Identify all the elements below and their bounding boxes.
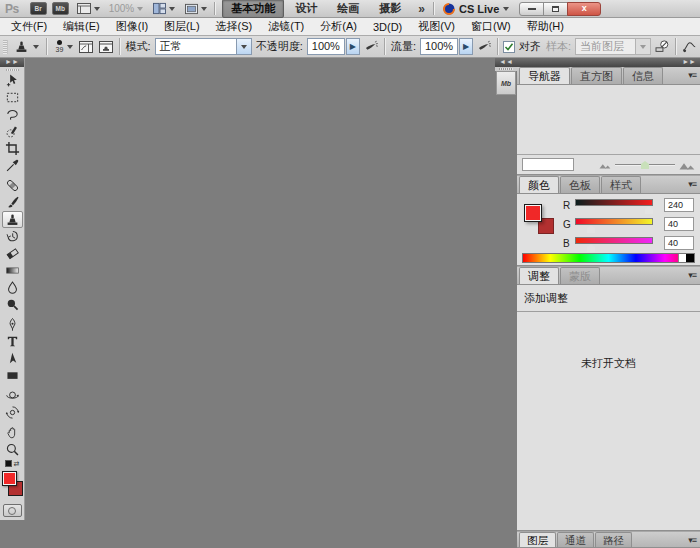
arrange-documents-button[interactable]: [150, 1, 177, 16]
zoom-out-icon[interactable]: [599, 161, 611, 169]
minimize-button[interactable]: [519, 2, 544, 16]
opacity-slider-button[interactable]: ▶: [346, 38, 360, 55]
panel-menu-icon[interactable]: ▾≡: [688, 71, 696, 80]
quick-selection-tool[interactable]: [2, 123, 23, 140]
close-button[interactable]: x: [567, 2, 601, 16]
channel-value-B[interactable]: 40: [664, 236, 694, 250]
mini-bridge-panel-icon[interactable]: Mb: [496, 71, 516, 95]
toolbar-collapse-button[interactable]: ►►: [0, 58, 24, 67]
toggle-brush-panel-button[interactable]: [78, 38, 94, 56]
workspace-摄影[interactable]: 摄影: [370, 0, 410, 18]
mini-bridge-button[interactable]: Mb: [52, 2, 69, 15]
foreground-color-swatch[interactable]: [2, 471, 17, 486]
airbrush-toggle-icon[interactable]: [476, 38, 492, 56]
slider-thumb-B[interactable]: [587, 244, 595, 252]
menu-滤镜[interactable]: 滤镜(T): [260, 19, 312, 34]
zoom-in-icon[interactable]: [679, 159, 695, 170]
flow-input[interactable]: 100%: [420, 38, 458, 55]
expand-dock-button[interactable]: ◄◄: [495, 58, 517, 67]
color-spectrum-ramp[interactable]: [522, 253, 695, 263]
tab-路径[interactable]: 路径: [595, 532, 632, 547]
rectangular-marquee-tool[interactable]: [2, 89, 23, 106]
zoom-tool[interactable]: [2, 441, 23, 458]
panel-menu-icon[interactable]: ▾≡: [688, 536, 696, 545]
menu-图像[interactable]: 图像(I): [108, 19, 156, 34]
foreground-color-swatch[interactable]: [524, 204, 542, 222]
panel-menu-icon[interactable]: ▾≡: [688, 271, 696, 280]
tab-颜色[interactable]: 颜色: [519, 176, 559, 193]
menu-编辑[interactable]: 编辑(E): [55, 19, 108, 34]
eraser-tool[interactable]: [2, 245, 23, 262]
bridge-button[interactable]: Br: [30, 2, 47, 15]
spectrum-white-swatch[interactable]: [678, 254, 686, 262]
hand-tool[interactable]: [2, 424, 23, 441]
gradient-tool[interactable]: [2, 262, 23, 279]
3d-object-rotate-tool[interactable]: [2, 387, 23, 404]
eyedropper-tool[interactable]: [2, 157, 23, 174]
lasso-tool[interactable]: [2, 106, 23, 123]
brush-tool[interactable]: [2, 194, 23, 211]
menu-窗口[interactable]: 窗口(W): [463, 19, 519, 34]
menu-3D[interactable]: 3D(D): [365, 21, 410, 33]
blur-tool[interactable]: [2, 279, 23, 296]
panel-menu-icon[interactable]: ▾≡: [688, 180, 696, 189]
history-brush-tool[interactable]: [2, 228, 23, 245]
spot-healing-brush-tool[interactable]: [2, 177, 23, 194]
workspace-overflow-button[interactable]: »: [415, 2, 428, 16]
workspace-基本功能[interactable]: 基本功能: [222, 0, 284, 18]
slider-thumb-G[interactable]: [587, 225, 595, 233]
dropdown-button[interactable]: [236, 39, 251, 54]
spectrum-black-swatch[interactable]: [686, 254, 694, 262]
tab-通道[interactable]: 通道: [557, 532, 594, 547]
tablet-pressure-icon[interactable]: [681, 38, 697, 56]
opacity-input[interactable]: 100%: [307, 38, 345, 55]
view-extras-button[interactable]: [74, 1, 102, 16]
tab-信息[interactable]: 信息: [623, 67, 663, 84]
tab-直方图[interactable]: 直方图: [571, 67, 622, 84]
screen-mode-button[interactable]: [182, 2, 209, 16]
options-grip[interactable]: [3, 40, 8, 54]
tab-蒙版[interactable]: 蒙版: [560, 267, 600, 284]
path-selection-tool[interactable]: [2, 350, 23, 367]
toggle-clone-source-panel-button[interactable]: [97, 38, 113, 56]
tab-导航器[interactable]: 导航器: [519, 67, 570, 84]
collapse-dock-button[interactable]: ►►: [517, 58, 700, 67]
slider-thumb[interactable]: [641, 161, 649, 169]
move-tool[interactable]: [2, 72, 23, 89]
navigator-zoom-input[interactable]: [522, 158, 574, 171]
default-colors-control[interactable]: ⇄: [0, 458, 24, 469]
channel-value-R[interactable]: 240: [664, 198, 694, 212]
flow-slider-button[interactable]: ▶: [459, 38, 473, 55]
quick-mask-button[interactable]: [3, 504, 22, 517]
menu-视图[interactable]: 视图(V): [410, 19, 463, 34]
navigator-zoom-slider[interactable]: [615, 158, 675, 171]
workspace-绘画[interactable]: 绘画: [328, 0, 368, 18]
rectangle-shape-tool[interactable]: [2, 367, 23, 384]
pen-tool[interactable]: [2, 316, 23, 333]
brush-preset-picker[interactable]: 39: [51, 39, 75, 54]
swap-colors-icon[interactable]: ⇄: [14, 460, 20, 467]
channel-slider-R[interactable]: [575, 199, 653, 206]
dodge-tool[interactable]: [2, 296, 23, 313]
zoom-level-control[interactable]: 100%: [107, 3, 146, 14]
clone-stamp-tool[interactable]: [2, 211, 23, 228]
menu-选择[interactable]: 选择(S): [208, 19, 261, 34]
workspace-设计[interactable]: 设计: [286, 0, 326, 18]
channel-value-G[interactable]: 40: [664, 217, 694, 231]
channel-slider-G[interactable]: [575, 218, 653, 225]
tab-色板[interactable]: 色板: [560, 176, 600, 193]
canvas-area[interactable]: [26, 58, 495, 548]
crop-tool[interactable]: [2, 140, 23, 157]
menu-分析[interactable]: 分析(A): [312, 19, 365, 34]
airbrush-opacity-icon[interactable]: [363, 38, 379, 56]
tab-样式[interactable]: 样式: [601, 176, 641, 193]
slider-thumb-R[interactable]: [645, 206, 653, 214]
tab-图层[interactable]: 图层: [519, 532, 556, 547]
ignore-adjustment-layers-icon[interactable]: [654, 38, 670, 56]
restore-button[interactable]: [543, 2, 568, 16]
align-checkbox[interactable]: [503, 41, 515, 53]
menu-帮助[interactable]: 帮助(H): [519, 19, 572, 34]
type-tool[interactable]: [2, 333, 23, 350]
tab-调整[interactable]: 调整: [519, 267, 559, 284]
menu-文件[interactable]: 文件(F): [3, 19, 55, 34]
